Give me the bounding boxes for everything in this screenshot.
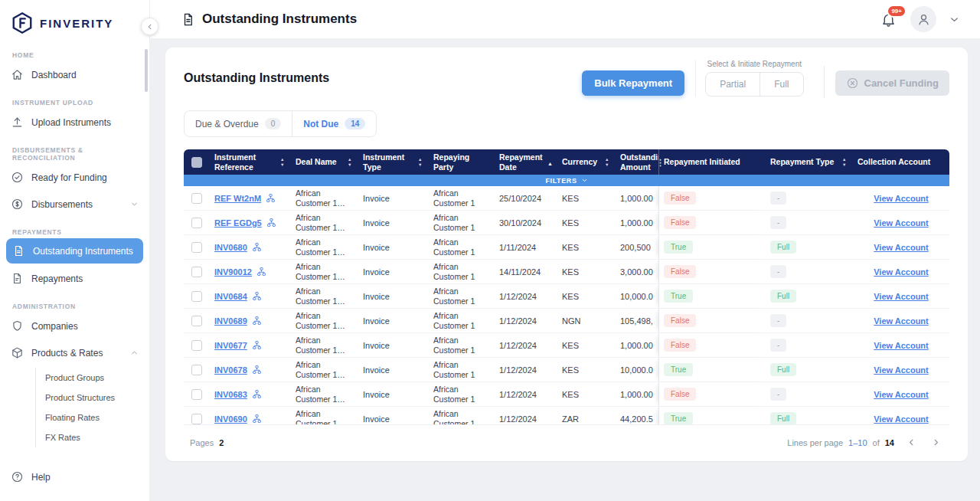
repayment-date: 30/10/2024 xyxy=(499,218,541,228)
sidebar-collapse-button[interactable] xyxy=(141,18,158,35)
sort-icon xyxy=(348,157,354,168)
sidebar-item-disbursements[interactable]: Disbursements xyxy=(0,191,149,218)
repayment-date: 1/11/2024 xyxy=(499,243,536,252)
view-account-link[interactable]: View Account xyxy=(874,414,929,424)
filters-bar[interactable]: FILTERS xyxy=(184,175,949,186)
currency-cell: KES xyxy=(557,284,616,308)
next-page-button[interactable] xyxy=(929,435,943,450)
deal-name: African Customer 1 ID... xyxy=(296,213,354,233)
shield-icon xyxy=(11,319,24,332)
repayment-type-cell: Full xyxy=(766,407,853,424)
row-checkbox[interactable] xyxy=(191,267,202,277)
sidebar-item-repayments[interactable]: Repayments xyxy=(0,265,149,292)
sidebar-subitem-product-groups[interactable]: Product Groups xyxy=(36,368,149,388)
currency: KES xyxy=(562,341,579,350)
repayment-date-cell: 1/12/2024 xyxy=(495,284,557,308)
view-account-link[interactable]: View Account xyxy=(874,365,929,375)
outstanding-amount-cell: 10,000.0 xyxy=(616,358,658,381)
instrument-type: Invoice xyxy=(363,267,390,277)
instrument-type: Invoice xyxy=(363,390,390,399)
sort-icon xyxy=(842,157,848,168)
col-repayment-date[interactable]: Repayment Date xyxy=(495,149,557,175)
instrument-reference-link[interactable]: INV0677 xyxy=(214,341,247,350)
sidebar-item-products-and-rates[interactable]: Products & Rates xyxy=(0,339,149,366)
sidebar-item-companies[interactable]: Companies xyxy=(0,313,149,339)
notifications-button[interactable]: 99+ xyxy=(879,10,898,29)
sidebar-footer: Help xyxy=(0,459,149,501)
sidebar-item-dashboard[interactable]: Dashboard xyxy=(0,61,149,88)
partial-button[interactable]: Partial xyxy=(706,73,760,96)
instrument-reference-link[interactable]: INV0690 xyxy=(214,414,247,424)
instrument-type: Invoice xyxy=(363,341,390,350)
row-checkbox[interactable] xyxy=(191,365,202,375)
hierarchy-icon xyxy=(256,267,266,277)
outstanding-amount-cell: 1,000.00 xyxy=(616,382,658,406)
row-checkbox[interactable] xyxy=(191,242,202,253)
prev-page-button[interactable] xyxy=(904,435,919,450)
sidebar-item-outstanding-instruments[interactable]: Outstanding Instruments xyxy=(6,238,143,264)
lines-range-select[interactable]: 1–10 xyxy=(848,438,867,447)
sidebar-subitem-product-structures[interactable]: Product Structures xyxy=(36,388,149,408)
currency: KES xyxy=(562,194,579,203)
repayment-initiated-cell: True xyxy=(658,284,766,308)
bulk-repayment-button[interactable]: Bulk Repayment xyxy=(582,70,684,96)
instrument-reference-link[interactable]: INV0680 xyxy=(214,243,247,252)
user-avatar-button[interactable] xyxy=(910,6,936,32)
cancel-funding-button[interactable]: Cancel Funding xyxy=(835,70,950,96)
sidebar-item-ready-for-funding[interactable]: Ready for Funding xyxy=(0,164,149,191)
view-account-link[interactable]: View Account xyxy=(874,218,929,228)
repayment-type-badge: - xyxy=(770,339,786,352)
select-all-checkbox[interactable] xyxy=(191,157,202,168)
col-instrument-type[interactable]: Instrument Type xyxy=(358,149,429,175)
instrument-reference-link[interactable]: REF Wt2nM xyxy=(214,194,261,203)
row-checkbox[interactable] xyxy=(191,340,202,351)
currency: NGN xyxy=(562,316,580,326)
col-repayment-type[interactable]: Repayment Type xyxy=(766,149,853,175)
instrument-reference-link[interactable]: REF EGDg5 xyxy=(214,218,262,228)
tab-due-overdue[interactable]: Due & Overdue 0 xyxy=(185,111,292,136)
collection-account-cell: View Account xyxy=(853,235,949,259)
view-account-link[interactable]: View Account xyxy=(874,267,929,277)
col-collection-account: Collection Account xyxy=(853,149,949,175)
deal-name-cell: African Customer 1 ID... xyxy=(291,284,358,308)
view-account-link[interactable]: View Account xyxy=(874,316,929,326)
sidebar-scrollbar[interactable] xyxy=(145,49,148,92)
instrument-reference-link[interactable]: INV0684 xyxy=(214,292,247,301)
outstanding-amount: 200,500 xyxy=(620,243,651,252)
sidebar-item-help[interactable]: Help xyxy=(0,463,149,490)
section-administration-label: ADMINISTRATION xyxy=(12,303,137,310)
outstanding-amount: 1,000.00 xyxy=(620,194,653,203)
row-checkbox[interactable] xyxy=(191,316,202,326)
col-deal-name[interactable]: Deal Name xyxy=(291,149,358,175)
row-checkbox[interactable] xyxy=(191,389,202,400)
instrument-reference-link[interactable]: INV0689 xyxy=(214,316,247,326)
sidebar-subitem-floating-rates[interactable]: Floating Rates xyxy=(36,408,149,427)
view-account-link[interactable]: View Account xyxy=(874,243,929,252)
view-account-link[interactable]: View Account xyxy=(874,341,929,350)
row-checkbox[interactable] xyxy=(191,291,202,302)
account-menu-chevron[interactable] xyxy=(949,14,960,25)
repaying-party-cell: African Customer 1 xyxy=(429,235,495,259)
instrument-reference-cell: INV90012 xyxy=(210,260,291,283)
repayment-type-cell: Full xyxy=(766,284,853,308)
tab-not-due[interactable]: Not Due 14 xyxy=(292,111,376,136)
instrument-reference-link[interactable]: INV0678 xyxy=(214,365,247,375)
sidebar-item-changelog[interactable]: Changelog xyxy=(0,450,149,459)
instrument-type-cell: Invoice xyxy=(358,186,429,210)
repaying-party-cell: African Customer 1 xyxy=(429,333,495,357)
full-button[interactable]: Full xyxy=(760,73,802,96)
view-account-link[interactable]: View Account xyxy=(874,390,929,399)
sidebar-subitem-fx-rates[interactable]: FX Rates xyxy=(36,427,149,447)
view-account-link[interactable]: View Account xyxy=(874,292,929,301)
currency: KES xyxy=(562,218,579,228)
col-currency[interactable]: Currency xyxy=(557,149,616,175)
sidebar-item-upload-instruments[interactable]: Upload Instruments xyxy=(0,109,149,136)
row-checkbox[interactable] xyxy=(191,193,202,204)
col-instrument-reference[interactable]: Instrument Reference xyxy=(210,149,291,175)
row-checkbox[interactable] xyxy=(191,414,202,424)
instrument-reference-link[interactable]: INV0683 xyxy=(214,390,247,399)
repayment-type-badge: - xyxy=(770,314,786,327)
row-checkbox[interactable] xyxy=(191,218,202,228)
instrument-reference-link[interactable]: INV90012 xyxy=(214,267,252,277)
view-account-link[interactable]: View Account xyxy=(874,194,929,203)
